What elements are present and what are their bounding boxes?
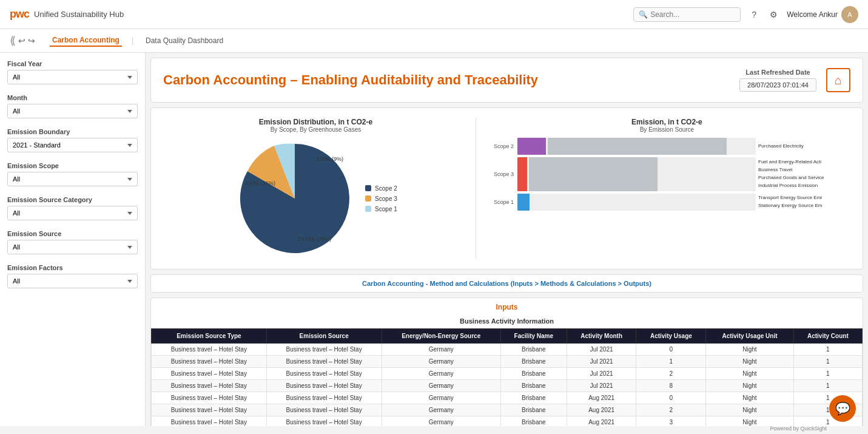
table-row: Business travel – Hotel StayBusiness tra… — [152, 368, 863, 380]
table-section: Inputs Business Activity Information Emi… — [150, 297, 863, 426]
pie-area: 3.09K (9%) 4.47K (15%) 27.61K (79%) Scop… — [161, 138, 471, 259]
cell-3-7: 1 — [793, 380, 862, 392]
svg-text:27.61K (79%): 27.61K (79%) — [298, 236, 331, 242]
legend-dot-scope1 — [365, 206, 371, 212]
bar-seg-s1-blue — [517, 194, 530, 211]
pie-chart-panel: Emission Distribution, in t CO2-e By Sco… — [156, 113, 476, 264]
table-subtitle: Business Activity Information — [151, 316, 863, 328]
legend-scope2: Scope 2 — [365, 185, 397, 192]
col-activity-usage: Activity Usage — [636, 329, 706, 344]
cell-1-0: Business travel – Hotel Stay — [152, 356, 267, 368]
breadcrumb-link[interactable]: Carbon Accounting - Method and Calculati… — [150, 274, 863, 293]
home-button[interactable]: ⌂ — [826, 68, 850, 92]
main-layout: Fiscal Year All Month All Emission Bound… — [0, 53, 868, 426]
cell-0-0: Business travel – Hotel Stay — [152, 344, 267, 356]
cell-2-2: Germany — [382, 368, 500, 380]
month-label: Month — [7, 94, 138, 101]
month-select[interactable]: All — [7, 104, 138, 118]
emission-source-select[interactable]: All — [7, 240, 138, 254]
search-icon: 🔍 — [639, 10, 648, 19]
data-table: Emission Source Type Emission Source Ene… — [151, 328, 863, 426]
emission-boundary-select[interactable]: 2021 - Standard — [7, 138, 138, 152]
bar-chart-title: Emission, in t CO2-e — [481, 118, 853, 126]
emission-factors-select[interactable]: All — [7, 274, 138, 288]
cell-2-0: Business travel – Hotel Stay — [152, 368, 267, 380]
settings-icon[interactable]: ⚙ — [767, 8, 779, 21]
cell-6-3: Brisbane — [500, 416, 567, 427]
bar-label-scope1: Scope 1 — [481, 199, 517, 205]
fiscal-year-label: Fiscal Year — [7, 60, 138, 67]
undo-button[interactable]: ↩ — [18, 36, 25, 46]
tab-data-quality[interactable]: Data Quality Dashboard — [143, 35, 226, 46]
search-input[interactable] — [650, 10, 735, 19]
content-area: Carbon Accounting – Enabling Auditabilit… — [146, 53, 868, 426]
col-activity-month: Activity Month — [567, 329, 636, 344]
expand-icon[interactable]: ⟪ — [10, 34, 16, 47]
cell-5-4: Aug 2021 — [567, 404, 636, 416]
table-title: Inputs — [151, 298, 863, 316]
user-welcome: Welcome Ankur A — [787, 6, 858, 23]
emission-source-category-label: Emission Source Category — [7, 196, 138, 203]
bar-seg-s2-purple — [517, 138, 546, 155]
legend-label-scope1: Scope 1 — [375, 206, 397, 212]
search-box[interactable]: 🔍 — [633, 7, 741, 22]
cell-3-2: Germany — [382, 380, 500, 392]
top-nav: pwc Unified Sustainability Hub 🔍 ? ⚙ Wel… — [0, 0, 868, 29]
charts-row: Emission Distribution, in t CO2-e By Sco… — [150, 107, 863, 270]
filter-emission-source-category: Emission Source Category All — [7, 196, 138, 220]
powered-by-label: Powered by QuickSight — [770, 426, 827, 426]
help-icon[interactable]: ? — [748, 8, 760, 21]
cell-6-5: 3 — [636, 416, 706, 427]
filter-month: Month All — [7, 94, 138, 118]
cell-0-1: Business travel – Hotel Stay — [266, 344, 382, 356]
emission-boundary-label: Emission Boundary — [7, 128, 138, 135]
refresh-date: 28/07/2023 07:01:44 — [739, 78, 816, 92]
chat-button[interactable]: 💬 — [829, 395, 856, 422]
bar-right-scope2: Purchased Electricity — [756, 143, 853, 149]
cell-5-6: Night — [706, 404, 793, 416]
pwc-logo: pwc — [10, 8, 29, 21]
filter-emission-boundary: Emission Boundary 2021 - Standard — [7, 128, 138, 152]
redo-button[interactable]: ↪ — [28, 36, 35, 46]
cell-5-1: Business travel – Hotel Stay — [266, 404, 382, 416]
col-facility-name: Facility Name — [500, 329, 567, 344]
legend-scope1: Scope 1 — [365, 206, 397, 212]
bar-track-scope3 — [517, 157, 756, 191]
cell-4-5: 0 — [636, 392, 706, 404]
filter-fiscal-year: Fiscal Year All — [7, 60, 138, 84]
cell-3-1: Business travel – Hotel Stay — [266, 380, 382, 392]
cell-0-6: Night — [706, 344, 793, 356]
cell-3-3: Brisbane — [500, 380, 567, 392]
cell-1-2: Germany — [382, 356, 500, 368]
cell-6-2: Germany — [382, 416, 500, 427]
header-card: Carbon Accounting – Enabling Auditabilit… — [150, 58, 863, 103]
fiscal-year-select[interactable]: All — [7, 70, 138, 84]
emission-scope-select[interactable]: All — [7, 172, 138, 186]
bar-chart-panel: Emission, in t CO2-e By Emission Source … — [476, 113, 858, 264]
emission-scope-label: Emission Scope — [7, 162, 138, 169]
avatar: A — [841, 6, 858, 23]
cell-4-3: Brisbane — [500, 392, 567, 404]
legend-dot-scope2 — [365, 185, 371, 191]
bar-label-scope2: Scope 2 — [481, 143, 517, 149]
bar-row-scope1: Scope 1 Transport Energy Source EmiStati… — [481, 194, 853, 211]
bar-seg-s2-gray — [548, 138, 727, 155]
cell-4-2: Germany — [382, 392, 500, 404]
cell-1-4: Jul 2021 — [567, 356, 636, 368]
cell-1-3: Brisbane — [500, 356, 567, 368]
filter-emission-scope: Emission Scope All — [7, 162, 138, 186]
breadcrumb-text: Carbon Accounting - Method and Calculati… — [362, 280, 651, 287]
col-energy-source: Energy/Non-Energy Source — [382, 329, 500, 344]
bar-row-scope2: Scope 2 Purchased Electricity — [481, 138, 853, 155]
cell-1-6: Night — [706, 356, 793, 368]
tab-carbon-accounting[interactable]: Carbon Accounting — [50, 35, 122, 47]
svg-text:3.09K (9%): 3.09K (9%) — [316, 156, 343, 162]
cell-0-3: Brisbane — [500, 344, 567, 356]
cell-2-6: Night — [706, 368, 793, 380]
chat-icon: 💬 — [835, 401, 850, 416]
page-title: Carbon Accounting – Enabling Auditabilit… — [163, 72, 538, 88]
emission-source-category-select[interactable]: All — [7, 206, 138, 220]
cell-0-4: Jul 2021 — [567, 344, 636, 356]
cell-6-4: Aug 2021 — [567, 416, 636, 427]
legend-scope3: Scope 3 — [365, 195, 397, 202]
